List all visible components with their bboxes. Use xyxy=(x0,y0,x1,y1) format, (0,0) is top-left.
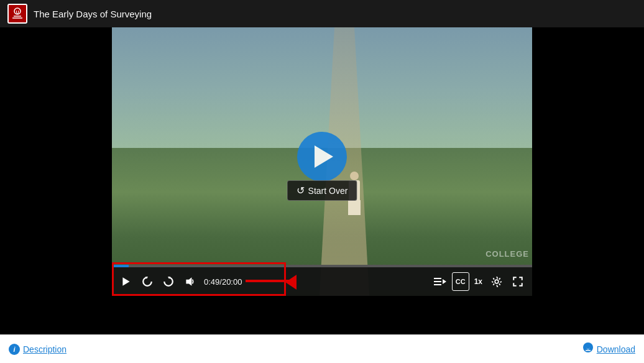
settings-icon xyxy=(491,276,502,287)
svg-rect-9 xyxy=(434,278,441,279)
controls-bar: 0:49/20:00 CC 1x xyxy=(112,267,532,296)
download-icon xyxy=(582,342,594,356)
captions-label: CC xyxy=(456,278,466,285)
play-icon xyxy=(121,276,132,287)
svg-rect-10 xyxy=(434,281,441,282)
fullscreen-button[interactable] xyxy=(508,272,527,291)
time-display: 0:49/20:00 xyxy=(204,277,242,287)
svg-point-14 xyxy=(583,342,593,352)
refresh-icon: ↺ xyxy=(297,185,305,196)
svg-point-13 xyxy=(495,280,499,283)
svg-rect-11 xyxy=(434,284,441,285)
fullscreen-icon xyxy=(512,276,523,287)
start-over-label: Start Over xyxy=(308,186,348,196)
svg-rect-16 xyxy=(586,350,591,351)
speed-label: 1x xyxy=(474,277,482,286)
replay-forward-icon xyxy=(163,276,174,287)
volume-icon xyxy=(184,276,195,287)
replay-forward-button[interactable] xyxy=(159,272,178,291)
side-panel-right xyxy=(532,27,644,296)
play-control-button[interactable] xyxy=(117,272,136,291)
logo: U xyxy=(7,4,27,24)
video-title: The Early Days of Surveying xyxy=(34,9,152,19)
download-link[interactable]: Download xyxy=(582,342,635,356)
captions-button[interactable]: CC xyxy=(452,272,469,291)
replay-back-icon xyxy=(142,276,153,287)
description-link[interactable]: i Description xyxy=(9,344,67,355)
svg-marker-12 xyxy=(443,279,446,284)
bottom-bar: i Description Download xyxy=(0,334,644,363)
playlist-button[interactable] xyxy=(431,272,449,291)
description-label: Description xyxy=(23,344,67,354)
replay-back-button[interactable] xyxy=(138,272,157,291)
settings-button[interactable] xyxy=(487,272,506,291)
download-label: Download xyxy=(597,344,635,354)
video-player[interactable]: COLLEGE ↺ Start Over xyxy=(0,27,644,296)
svg-marker-8 xyxy=(186,277,191,286)
svg-marker-5 xyxy=(122,277,129,286)
speed-button[interactable]: 1x xyxy=(472,277,485,286)
info-icon: i xyxy=(9,344,20,355)
watermark: COLLEGE xyxy=(485,249,529,259)
svg-text:U: U xyxy=(16,10,19,14)
play-button[interactable] xyxy=(297,132,347,182)
top-bar: U The Early Days of Surveying xyxy=(0,0,644,27)
playlist-icon xyxy=(434,277,446,287)
volume-button[interactable] xyxy=(180,272,199,291)
side-panel-left xyxy=(0,27,112,296)
start-over-button[interactable]: ↺ Start Over xyxy=(287,180,357,201)
